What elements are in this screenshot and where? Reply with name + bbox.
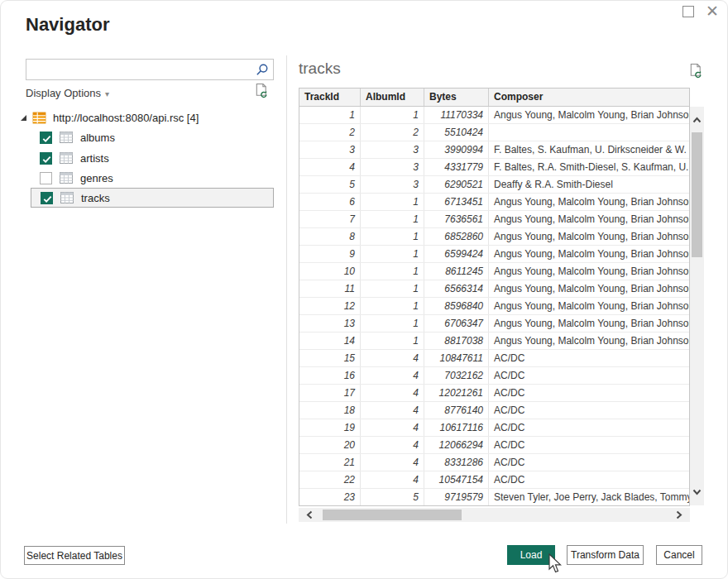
display-options-label: Display Options	[26, 87, 101, 99]
search-icon[interactable]	[255, 63, 269, 77]
table-cell: 3	[361, 176, 424, 193]
table-cell: AC/DC	[489, 419, 689, 436]
table-cell: 6290521	[424, 176, 489, 193]
transform-data-button[interactable]: Transform Data	[567, 545, 644, 565]
table-cell: 1	[361, 211, 424, 227]
scroll-left-icon[interactable]	[306, 510, 313, 519]
table-cell: 5	[361, 489, 424, 505]
table-cell: 1	[361, 263, 424, 280]
table-cell: 6	[299, 194, 361, 210]
navigator-dialog: Navigator ✕ Display Options▾ http://loca…	[0, 0, 728, 579]
table-cell: 2	[361, 124, 424, 141]
page-title: Navigator	[26, 14, 109, 36]
table-cell: Angus Young, Malcolm Young, Brian Johnso…	[489, 280, 689, 297]
column-header-bytes: Bytes	[424, 89, 489, 106]
table-cell: 11170334	[424, 107, 489, 123]
tree-item-label: albums	[80, 132, 115, 144]
vertical-scrollbar[interactable]	[690, 107, 704, 505]
table-row: 19410617116AC/DC	[299, 419, 689, 437]
table-row: 536290521Deaffy & R.A. Smith-Diesel	[299, 176, 689, 194]
table-cell: F. Baltes, R.A. Smith-Diesel, S. Kaufman…	[489, 159, 689, 175]
table-cell: 6706347	[424, 315, 489, 332]
table-icon	[60, 132, 73, 143]
table-row: 1018611245Angus Young, Malcolm Young, Br…	[299, 263, 689, 280]
table-row: 1116566314Angus Young, Malcolm Young, Br…	[299, 280, 689, 298]
table-row: 17412021261AC/DC	[299, 385, 689, 402]
table-cell: AC/DC	[489, 367, 689, 384]
table-cell: 1	[361, 315, 424, 332]
load-button[interactable]: Load	[507, 545, 555, 565]
table-cell: 7	[299, 211, 361, 227]
cancel-button[interactable]: Cancel	[656, 545, 702, 565]
checkbox[interactable]	[41, 192, 53, 204]
table-cell: F. Baltes, S. Kaufman, U. Dirkscneider &…	[489, 141, 689, 158]
table-cell: 8	[299, 228, 361, 245]
table-cell: 6566314	[424, 280, 489, 297]
tree-item-genres[interactable]: genres	[31, 168, 274, 188]
table-cell: 1	[361, 246, 424, 262]
table-cell: 12	[299, 298, 361, 314]
table-cell: 17	[299, 385, 361, 401]
select-related-tables-button[interactable]: Select Related Tables	[24, 546, 125, 565]
table-cell: 19	[299, 419, 361, 436]
scroll-right-icon[interactable]	[676, 510, 682, 519]
table-row: 2359719579Steven Tyler, Joe Perry, Jack …	[299, 489, 689, 506]
table-row: 616713451Angus Young, Malcolm Young, Bri…	[299, 194, 689, 211]
table-cell: Angus Young, Malcolm Young, Brian Johnso…	[489, 246, 689, 262]
table-cell: 16	[299, 367, 361, 384]
table-row: 717636561Angus Young, Malcolm Young, Bri…	[299, 211, 689, 228]
table-cell: 13	[299, 315, 361, 332]
table-cell: 8776140	[424, 402, 489, 419]
tree-expander-icon[interactable]	[21, 115, 26, 121]
table-cell: 1	[361, 194, 424, 210]
table-row: 1418817038Angus Young, Malcolm Young, Br…	[299, 333, 689, 350]
table-cell: Angus Young, Malcolm Young, Brian Johnso…	[489, 194, 689, 210]
table-cell: 4	[361, 419, 424, 436]
table-cell: 5510424	[424, 124, 489, 141]
table-cell: AC/DC	[489, 402, 689, 419]
vertical-scroll-thumb[interactable]	[692, 132, 702, 257]
table-row: 333990994F. Baltes, S. Kaufman, U. Dirks…	[299, 141, 689, 159]
table-cell: 3	[361, 141, 424, 158]
maximize-icon[interactable]	[682, 6, 694, 17]
table-cell: AC/DC	[489, 471, 689, 488]
table-cell: 4	[361, 385, 424, 401]
table-cell: AC/DC	[489, 385, 689, 401]
table-cell: 8611245	[424, 263, 489, 280]
panel-divider	[286, 55, 287, 524]
tree-root-node[interactable]: http://localhost:8080/api.rsc [4]	[21, 109, 199, 126]
horizontal-scrollbar[interactable]	[299, 508, 690, 522]
table-row: 816852860Angus Young, Malcolm Young, Bri…	[299, 228, 689, 246]
refresh-preview-icon[interactable]	[253, 83, 269, 99]
table-row: 1848776140AC/DC	[299, 402, 689, 419]
table-cell: 1	[361, 298, 424, 314]
table-row: 15410847611AC/DC	[299, 350, 689, 367]
tree-item-tracks[interactable]: tracks	[31, 188, 274, 208]
table-cell: 14	[299, 333, 361, 349]
table-cell: 7032162	[424, 367, 489, 384]
table-cell	[489, 124, 689, 141]
table-cell: 12021261	[424, 385, 489, 401]
checkbox[interactable]	[40, 132, 52, 144]
table-cell: 3	[299, 141, 361, 158]
checkbox[interactable]	[40, 172, 52, 184]
table-cell: 10	[299, 263, 361, 280]
tree-item-label: artists	[80, 152, 109, 165]
tree-item-albums[interactable]: albums	[31, 127, 274, 147]
table-cell: 8596840	[424, 298, 489, 314]
display-options-dropdown[interactable]: Display Options▾	[26, 87, 109, 99]
refresh-preview-icon[interactable]	[687, 63, 703, 79]
scroll-down-icon[interactable]	[692, 489, 702, 495]
horizontal-scroll-thumb[interactable]	[323, 510, 462, 520]
scroll-up-icon[interactable]	[692, 117, 702, 123]
preview-title: tracks	[299, 60, 341, 78]
table-cell: Angus Young, Malcolm Young, Brian Johnso…	[489, 315, 689, 332]
checkbox[interactable]	[40, 152, 52, 165]
table-row: 916599424Angus Young, Malcolm Young, Bri…	[299, 246, 689, 263]
tree-item-artists[interactable]: artists	[31, 148, 274, 168]
table-cell: 9719579	[424, 489, 489, 505]
table-cell: Angus Young, Malcolm Young, Brian Johnso…	[489, 211, 689, 227]
search-input[interactable]	[26, 60, 253, 79]
close-icon[interactable]: ✕	[706, 2, 719, 22]
tree-root-label: http://localhost:8080/api.rsc [4]	[53, 112, 199, 124]
